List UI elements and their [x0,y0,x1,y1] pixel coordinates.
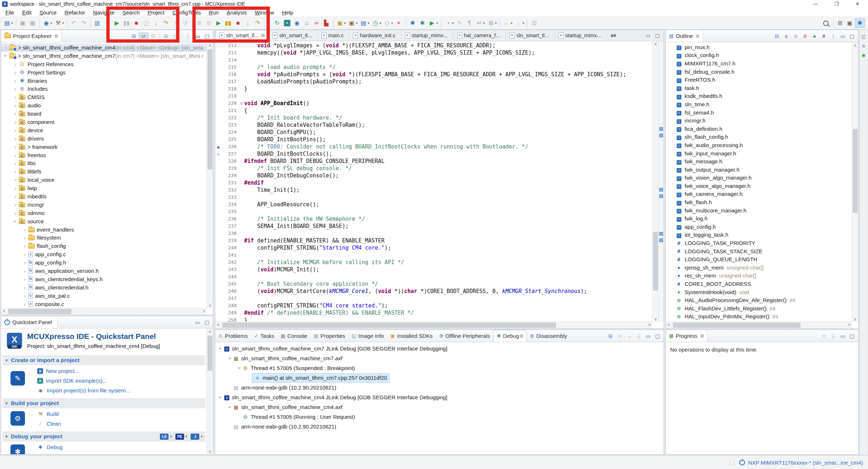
menu-navigate[interactable]: Navigate [89,9,118,16]
twistie-icon[interactable]: › [22,251,27,257]
outline-item[interactable]: ∷fwk_audio_processing.h [666,141,852,149]
editor-tab-3[interactable]: chardware_init.c [349,30,401,41]
twistie-icon[interactable]: › [22,293,27,299]
menu-window[interactable]: Window [251,9,278,16]
probe-ls-button[interactable]: LS [160,434,169,440]
scroll-up-icon[interactable]: ∧ [652,41,659,47]
collapse-all-button[interactable]: ⊟ [606,333,615,339]
scroll-thumb[interactable] [208,50,212,169]
twistie-icon[interactable]: › [13,69,18,76]
scroll-up-icon[interactable]: ∧ [852,42,858,48]
debug-start-button[interactable]: ✱ [408,19,417,27]
section-header-0[interactable]: ▾Create or import a project [3,355,205,365]
expand-all-button[interactable]: ◇ [171,33,180,39]
outline-item[interactable]: ∷fwk_flash.h [666,198,852,206]
scroll-thumb[interactable] [653,232,658,291]
scroll-down-icon[interactable]: ∨ [207,448,213,454]
hide-static-button[interactable]: ⊘ [801,33,809,39]
editor-hscrollbar[interactable]: < > [215,322,652,328]
outline-item[interactable]: ⊕HAL_InputDev_PdmMic_Register() : int [666,313,852,321]
debug-tree-item[interactable]: ›Jsln_smart_tlhmi_coffee_machine_cm7 JLi… [215,344,664,353]
tree-item[interactable]: ›Csdmmc [1,209,207,217]
twistie-icon[interactable]: › [13,61,18,67]
tree-item[interactable]: ›haws_clientcredential.h [1,283,207,292]
outline-item[interactable]: ∷pin_mux.h [666,43,852,51]
twistie-icon[interactable]: › [13,119,18,125]
twistie-icon[interactable]: › [22,259,27,266]
outline-item[interactable]: #LOGGING_TASK_PRIORITY [666,239,852,247]
minimize-window-button[interactable]: — [805,0,826,8]
task-overview-marker[interactable] [659,127,663,131]
restore-view-icon[interactable]: ◱ [861,34,865,39]
twistie-icon[interactable]: › [22,234,27,241]
open-terminal-button[interactable]: ▥ [93,19,102,27]
scroll-up-icon[interactable]: ∧ [207,328,213,334]
scroll-left-icon[interactable]: < [1,308,7,315]
collapse-all-button[interactable]: ⊟ [129,33,138,39]
outline-item[interactable]: #LOGGING_QUEUE_LENGTH [666,255,852,263]
tab-disassembly[interactable]: ≣Disassembly [527,330,570,342]
scroll-left-icon[interactable]: < [666,322,672,328]
outline-item[interactable]: ∷ksdk_mbedtls.h [666,92,852,100]
twistie-icon[interactable]: › [22,268,27,274]
outline-item[interactable]: ∷fwk_voice_algo_manager.h [666,182,852,190]
scroll-thumb[interactable] [853,129,858,213]
close-icon[interactable]: ⊠ [700,334,704,339]
outline-item[interactable]: ∷fwk_log.h [666,214,852,223]
task-overview-marker[interactable] [659,188,663,192]
tab-progress[interactable]: ▦ Progress ⊠ [666,330,707,342]
step-into-button[interactable]: ↓ [152,19,161,27]
collapse-all-button[interactable]: ⊟ [773,33,781,39]
download-sdk-button[interactable]: ▣▾ [347,19,358,27]
tree-item[interactable]: ›CCMSIS [1,93,207,101]
search-button[interactable] [820,20,831,26]
search-dialog-button[interactable]: ◌ [103,19,112,27]
sort-button[interactable]: a [782,33,791,39]
back-button[interactable]: ←▾ [502,19,513,27]
tree-item[interactable]: ›Cdrivers [1,134,207,143]
menu-run[interactable]: Run [205,9,223,16]
outline-item[interactable]: ∷sln_time.h [666,100,852,108]
tree-item[interactable]: ›Cboard [1,109,207,118]
outline-hscrollbar[interactable]: < > [666,322,852,328]
minimize-button[interactable]: ▭ [644,333,652,339]
outline-item[interactable]: ∷iot_logging_task.h [666,231,852,239]
view-menu-button[interactable]: ⋮ [829,333,838,339]
focus-on-active-task-button[interactable]: ⊞ [162,33,170,39]
twistie-icon[interactable]: › [13,94,18,100]
editor-tab-7[interactable]: cstartup_mimx... [555,30,607,41]
project-tree-vscrollbar[interactable]: ∧ ∨ [207,42,213,308]
twistie-icon[interactable]: › [218,395,224,400]
tree-item[interactable]: ›filesystem [1,233,207,242]
editor-tab-0[interactable]: csln_smart_tl...⊠ [215,30,269,41]
twistie-icon[interactable]: › [3,44,9,51]
redo-button[interactable]: ↷ [79,19,88,27]
suspend-button[interactable]: ▮▮ [122,19,131,27]
link-tool-button[interactable]: ∞ [312,19,321,27]
tree-item[interactable]: ›Clwip [1,184,207,192]
twistie-icon[interactable]: › [13,144,18,150]
outline-item[interactable]: ∷fica_definition.h [666,125,852,133]
open-perspective-button[interactable]: ⊞ [835,19,844,27]
tree-item[interactable]: ›> sln_smart_tlhmi_coffee_machine_cm7 (i… [1,52,207,60]
instruction-stepping-button[interactable]: ≣ [195,19,204,27]
menu-file[interactable]: File [1,9,18,16]
dropdown-arrow-icon[interactable]: ▾ [186,435,187,438]
view-menu-button[interactable]: ⋮ [184,33,192,39]
maximize-icon[interactable]: ▢ [203,319,211,326]
tab-installed-sdks[interactable]: ▣Installed SDKs [387,330,436,342]
minimize-icon[interactable]: ▭ [644,32,652,39]
build-button[interactable]: ⚒▾ [54,19,65,27]
tree-item[interactable]: ›Csource [1,217,207,225]
tree-item[interactable]: ›Cdevice [1,126,207,134]
outline-item[interactable]: ●SystemInitHook(void) : void [666,288,852,296]
drop-to-frame-button[interactable]: ↺ [181,19,190,27]
outline-item[interactable]: ∷fsl_debug_console.h [666,68,852,76]
tree-item[interactable]: ›flash_config [1,242,207,250]
close-icon[interactable]: ⊠ [55,34,58,39]
install-sdk-button[interactable]: ▣▾ [336,19,347,27]
show-full-paths-button[interactable]: → [625,333,634,339]
package-button[interactable]: ◇▾ [383,19,394,27]
debug-tree-item[interactable]: ▤arm-none-eabi-gdb (10.2.90.20210621) [215,383,664,392]
maximize-button[interactable]: ▢ [203,33,211,39]
